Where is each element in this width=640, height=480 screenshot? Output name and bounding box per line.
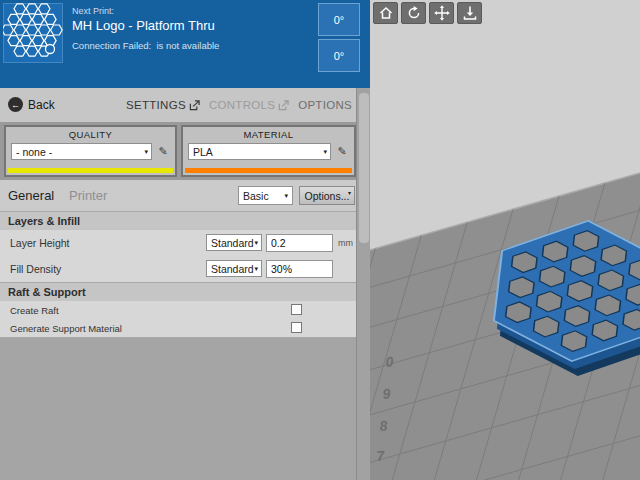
reset-view-icon [406,5,422,21]
dropdown-caret-icon: ▾ [348,189,351,196]
quality-select[interactable]: - none - ▾ [11,143,152,160]
matterhackers-logo [3,3,63,63]
export-icon [189,100,200,111]
dropdown-caret-icon: ▾ [284,192,288,200]
tab-options-label: OPTIONS [298,99,352,111]
quality-title: QUALITY [6,129,175,140]
tab-settings-label: SETTINGS [126,99,186,111]
tab-controls[interactable]: CONTROLS [209,99,289,111]
move-icon [434,5,450,21]
export-icon [278,100,289,111]
options-button[interactable]: Options... ▾ [299,186,355,205]
connection-status: Connection Failed: is not available [72,40,219,51]
options-button-label: Options... [305,190,350,202]
home-icon [378,5,394,21]
dropdown-caret-icon: ▾ [254,239,258,247]
setting-row-layer-height: Layer Height Standard ▾ mm [0,230,356,256]
material-select[interactable]: PLA ▾ [188,143,331,160]
nav-bar: ← Back SETTINGS CONTROLS [0,88,370,122]
quality-accent-bar [8,168,173,173]
material-row: PLA ▾ ✎ [188,143,349,160]
material-selected-value: PLA [193,146,213,158]
settings-tab-bar: General Printer Basic ▾ Options... ▾ [0,180,356,211]
bed-ruler-number: 8 [379,417,388,434]
back-label: Back [28,98,55,112]
home-view-button[interactable] [373,2,398,24]
edit-quality-icon[interactable]: ✎ [156,145,170,158]
bed-temp-value: 0° [334,50,345,62]
create-raft-label: Create Raft [10,305,59,316]
viewport-toolbar [373,2,482,24]
scrollbar-thumb[interactable] [359,93,369,243]
insert-object-button[interactable] [457,2,482,24]
panel-scrollbar[interactable] [356,88,370,480]
insert-icon [462,5,478,21]
bed-ruler-number: 9 [382,385,391,402]
dropdown-caret-icon: ▾ [254,265,258,273]
setting-row-create-raft: Create Raft [0,301,356,319]
tab-controls-label: CONTROLS [209,99,275,111]
back-button[interactable]: ← Back [8,97,55,112]
generate-support-checkbox[interactable] [291,322,302,333]
control-panel: Next Print: MH Logo - Platform Thru Conn… [0,0,370,480]
layer-height-unit: mm [338,238,353,248]
quality-selected-value: - none - [16,146,52,158]
move-view-button[interactable] [429,2,454,24]
tab-general[interactable]: General [8,188,54,203]
section-raft-support[interactable]: Raft & Support [0,282,356,301]
viewport-canvas[interactable]: 0 9 8 7 [370,0,640,480]
back-arrow-icon: ← [8,97,23,112]
dropdown-caret-icon: ▾ [144,148,148,156]
bed-temp-button[interactable]: 0° [318,39,360,72]
layer-height-input[interactable] [266,234,333,252]
fill-density-label: Fill Density [10,263,61,275]
detail-level-select[interactable]: Basic ▾ [238,186,293,205]
extruder-temp-button[interactable]: 0° [318,3,360,36]
bed-ruler-number: 0 [385,353,394,370]
reset-view-button[interactable] [401,2,426,24]
layer-height-preset-select[interactable]: Standard ▾ [206,234,262,251]
header-text: Next Print: MH Logo - Platform Thru Conn… [72,6,219,51]
quality-row: - none - ▾ ✎ [11,143,170,160]
detail-level-value: Basic [243,190,269,202]
tab-options[interactable]: OPTIONS [298,99,352,111]
layer-height-preset-value: Standard [211,237,254,249]
material-accent-bar [185,168,352,173]
settings-list: Layers & Infill Layer Height Standard ▾ … [0,211,356,338]
layer-height-label: Layer Height [10,237,70,249]
fill-density-preset-value: Standard [211,263,254,275]
quality-preset-box: QUALITY - none - ▾ ✎ [4,125,177,177]
fill-density-preset-select[interactable]: Standard ▾ [206,260,262,277]
fill-density-input[interactable] [266,260,333,278]
setting-row-generate-support: Generate Support Material [0,319,356,337]
material-preset-box: MATERIAL PLA ▾ ✎ [181,125,356,177]
app-window: Next Print: MH Logo - Platform Thru Conn… [0,0,640,480]
extruder-temp-value: 0° [334,14,345,26]
print-name: MH Logo - Platform Thru [72,18,219,33]
edit-material-icon[interactable]: ✎ [335,145,349,158]
next-print-label: Next Print: [72,6,219,16]
printer-header: Next Print: MH Logo - Platform Thru Conn… [0,0,370,88]
material-title: MATERIAL [183,129,354,140]
dropdown-caret-icon: ▾ [323,148,327,156]
nav-tabs: SETTINGS CONTROLS OPTIONS [126,88,352,122]
temperature-widgets: 0° 0° [318,3,360,72]
generate-support-label: Generate Support Material [10,323,122,334]
viewport-3d[interactable]: 0 9 8 7 [370,0,640,480]
create-raft-checkbox[interactable] [291,304,302,315]
preset-strip: QUALITY - none - ▾ ✎ MATERIAL PLA ▾ [0,122,356,180]
tab-printer[interactable]: Printer [69,188,107,203]
tab-settings[interactable]: SETTINGS [126,99,200,111]
setting-row-fill-density: Fill Density Standard ▾ [0,256,356,282]
section-layers-infill[interactable]: Layers & Infill [0,211,356,230]
